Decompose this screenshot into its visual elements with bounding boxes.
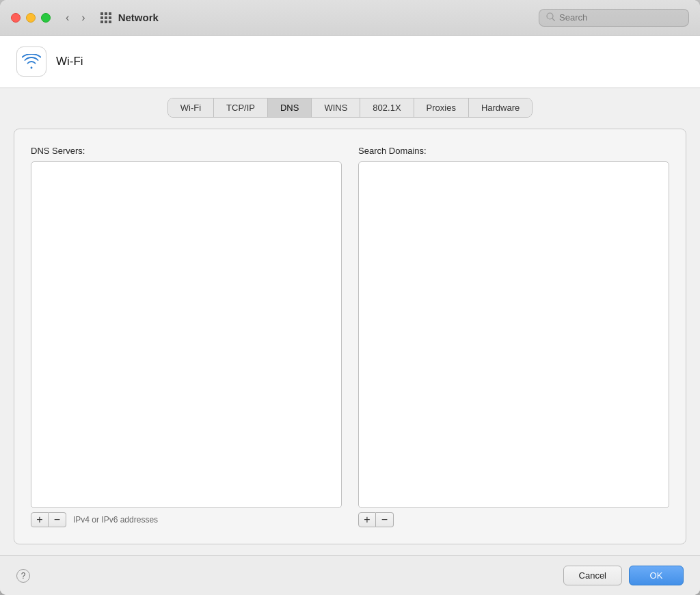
tab-proxies[interactable]: Proxies (414, 98, 469, 117)
search-domains-controls: + − (358, 512, 669, 527)
dns-servers-column: DNS Servers: + − IPv4 or IPv6 addresses (31, 146, 342, 527)
tab-hardware[interactable]: Hardware (469, 98, 532, 117)
dns-add-button[interactable]: + (31, 512, 49, 527)
traffic-lights (11, 13, 51, 23)
search-domains-list[interactable] (358, 161, 669, 508)
help-button[interactable]: ? (16, 569, 30, 583)
forward-button[interactable]: › (77, 10, 89, 25)
ok-button[interactable]: OK (629, 566, 684, 585)
search-icon (546, 12, 555, 23)
interface-header: Wi-Fi (0, 36, 700, 88)
domains-add-button[interactable]: + (358, 512, 376, 527)
wifi-icon-container (16, 47, 46, 77)
close-button[interactable] (11, 13, 21, 23)
dns-remove-button[interactable]: − (49, 512, 66, 527)
content: Wi-Fi Wi-Fi TCP/IP DNS WINS 802.1X Proxi… (0, 36, 700, 595)
dns-servers-label: DNS Servers: (31, 146, 342, 156)
titlebar: ‹ › Network (0, 0, 700, 36)
tab-wins[interactable]: WINS (312, 98, 360, 117)
dns-servers-list[interactable] (31, 161, 342, 508)
bottom-bar: ? Cancel OK (0, 555, 700, 595)
window: ‹ › Network (0, 0, 700, 595)
nav-buttons: ‹ › (62, 10, 90, 25)
window-title: Network (118, 12, 539, 23)
maximize-button[interactable] (41, 13, 51, 23)
dns-servers-controls: + − IPv4 or IPv6 addresses (31, 512, 342, 527)
tabs: Wi-Fi TCP/IP DNS WINS 802.1X Proxies Har… (167, 98, 533, 118)
main-panel: DNS Servers: + − IPv4 or IPv6 addresses … (14, 129, 686, 544)
domains-remove-button[interactable]: − (376, 512, 394, 527)
tab-tcpip[interactable]: TCP/IP (214, 98, 268, 117)
interface-name: Wi-Fi (56, 55, 83, 68)
tabs-container: Wi-Fi TCP/IP DNS WINS 802.1X Proxies Har… (0, 88, 700, 118)
search-domains-column: Search Domains: + − (358, 146, 669, 527)
tab-8021x[interactable]: 802.1X (360, 98, 414, 117)
back-button[interactable]: ‹ (62, 10, 73, 25)
search-bar[interactable] (539, 9, 689, 27)
grid-icon[interactable] (100, 12, 111, 23)
svg-line-1 (552, 18, 555, 21)
wifi-icon (22, 54, 41, 69)
action-buttons: Cancel OK (563, 566, 684, 585)
tab-wifi[interactable]: Wi-Fi (168, 98, 214, 117)
search-domains-label: Search Domains: (358, 146, 669, 156)
tab-dns[interactable]: DNS (268, 98, 312, 117)
columns: DNS Servers: + − IPv4 or IPv6 addresses … (31, 146, 669, 527)
minimize-button[interactable] (26, 13, 36, 23)
dns-hint-text: IPv4 or IPv6 addresses (73, 515, 158, 525)
cancel-button[interactable]: Cancel (563, 566, 622, 585)
search-input[interactable] (559, 12, 682, 23)
